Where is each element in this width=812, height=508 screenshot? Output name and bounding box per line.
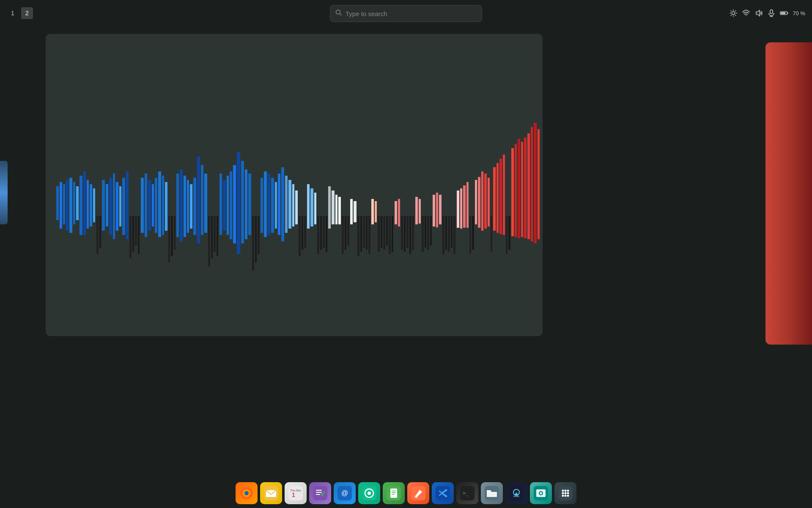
svg-rect-111 xyxy=(354,201,357,222)
svg-rect-42 xyxy=(129,216,132,258)
svg-rect-166 xyxy=(518,139,520,238)
app-photos[interactable] xyxy=(530,482,552,504)
taskbar: Thu Dec 1 @ xyxy=(0,478,812,508)
svg-rect-18 xyxy=(787,12,788,14)
svg-rect-170 xyxy=(531,127,533,241)
svg-rect-45 xyxy=(138,216,140,254)
svg-rect-75 xyxy=(237,152,240,254)
svg-rect-129 xyxy=(406,216,409,248)
svg-rect-68 xyxy=(214,216,216,252)
svg-point-11 xyxy=(746,15,746,16)
svg-rect-66 xyxy=(208,216,210,267)
app-terminal[interactable]: >_ xyxy=(456,482,478,504)
svg-rect-30 xyxy=(90,184,92,226)
app-tasks[interactable] xyxy=(309,482,331,504)
svg-rect-204 xyxy=(513,496,519,497)
svg-rect-13 xyxy=(770,10,773,14)
svg-line-1 xyxy=(340,14,342,16)
svg-rect-139 xyxy=(436,193,438,227)
svg-rect-77 xyxy=(245,169,247,239)
svg-rect-127 xyxy=(401,216,403,250)
svg-rect-63 xyxy=(197,157,200,243)
svg-rect-161 xyxy=(503,155,505,235)
svg-rect-65 xyxy=(204,174,207,233)
svg-rect-150 xyxy=(469,216,471,254)
app-calendar[interactable]: Thu Dec 1 xyxy=(285,482,307,504)
svg-rect-71 xyxy=(223,180,226,231)
svg-rect-184 xyxy=(316,494,320,495)
svg-rect-152 xyxy=(475,180,477,224)
battery-icon[interactable] xyxy=(780,9,788,17)
svg-rect-124 xyxy=(392,216,393,252)
svg-rect-125 xyxy=(395,201,397,224)
app-text-editor[interactable] xyxy=(407,482,429,504)
svg-rect-73 xyxy=(230,171,232,239)
svg-rect-90 xyxy=(288,180,291,229)
workspace-1[interactable]: 1 xyxy=(7,7,19,19)
svg-rect-147 xyxy=(460,188,462,229)
app-store[interactable] xyxy=(505,482,527,504)
app-file-manager[interactable] xyxy=(481,482,503,504)
svg-rect-151 xyxy=(472,216,474,250)
search-box[interactable]: Type to search xyxy=(330,5,482,22)
svg-rect-51 xyxy=(158,171,161,237)
svg-rect-82 xyxy=(261,178,263,233)
svg-rect-84 xyxy=(268,174,270,235)
svg-rect-74 xyxy=(233,165,236,243)
svg-rect-141 xyxy=(442,216,444,254)
svg-rect-116 xyxy=(368,216,370,254)
svg-point-2 xyxy=(732,12,735,15)
svg-rect-27 xyxy=(80,176,82,235)
app-kmail[interactable]: @ xyxy=(334,482,356,504)
svg-rect-181 xyxy=(313,486,327,500)
svg-rect-38 xyxy=(116,182,118,231)
app-vscode[interactable] xyxy=(432,482,454,504)
svg-point-210 xyxy=(562,490,564,492)
svg-rect-36 xyxy=(109,178,112,235)
svg-rect-108 xyxy=(345,216,346,250)
svg-rect-172 xyxy=(538,129,540,239)
svg-rect-112 xyxy=(357,216,359,256)
svg-rect-133 xyxy=(419,199,421,224)
svg-rect-37 xyxy=(113,174,115,239)
svg-rect-57 xyxy=(176,174,179,237)
svg-rect-28 xyxy=(83,171,86,235)
svg-rect-171 xyxy=(534,123,537,243)
svg-marker-12 xyxy=(756,10,760,16)
svg-rect-136 xyxy=(427,216,429,250)
svg-rect-154 xyxy=(481,171,483,231)
svg-rect-62 xyxy=(193,178,196,235)
mic-icon[interactable] xyxy=(767,9,776,17)
workspace-2[interactable]: 2 xyxy=(21,7,33,19)
svg-rect-61 xyxy=(190,184,192,229)
brightness-icon[interactable] xyxy=(729,9,738,17)
volume-icon[interactable] xyxy=(754,9,763,17)
svg-rect-155 xyxy=(484,174,487,229)
svg-rect-117 xyxy=(371,199,374,224)
svg-rect-70 xyxy=(219,174,222,235)
svg-rect-142 xyxy=(445,216,447,250)
svg-rect-79 xyxy=(252,216,254,271)
svg-rect-24 xyxy=(69,178,72,233)
svg-point-189 xyxy=(368,491,371,495)
svg-rect-33 xyxy=(99,216,101,248)
svg-rect-17 xyxy=(781,12,786,14)
app-clipboard[interactable] xyxy=(383,482,405,504)
svg-rect-100 xyxy=(320,216,322,250)
svg-rect-159 xyxy=(497,163,499,233)
svg-rect-119 xyxy=(378,216,380,252)
wifi-icon[interactable] xyxy=(742,9,750,17)
svg-rect-88 xyxy=(281,167,284,241)
app-element[interactable] xyxy=(358,482,380,504)
svg-rect-162 xyxy=(506,216,508,254)
svg-point-215 xyxy=(567,492,569,494)
svg-rect-44 xyxy=(135,216,137,246)
svg-rect-47 xyxy=(145,174,147,237)
app-firefox[interactable] xyxy=(236,482,258,504)
app-thunderbird[interactable] xyxy=(260,482,282,504)
svg-rect-109 xyxy=(347,216,349,246)
svg-point-213 xyxy=(562,492,564,494)
svg-point-175 xyxy=(244,491,249,495)
svg-rect-156 xyxy=(488,178,490,226)
app-grid[interactable] xyxy=(554,482,576,504)
